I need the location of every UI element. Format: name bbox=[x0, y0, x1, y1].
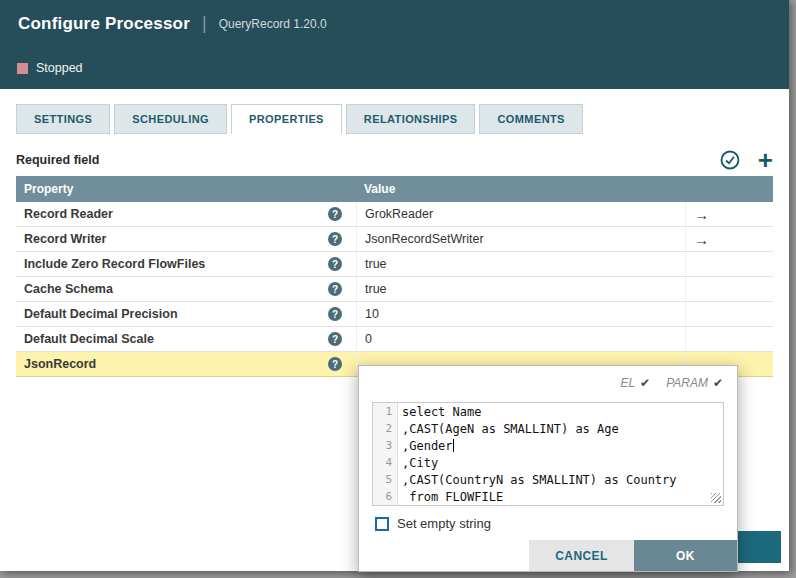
property-value-cell[interactable]: true bbox=[356, 277, 685, 301]
code-line: 3 ,Gender bbox=[373, 437, 723, 454]
tab-bar: SETTINGS SCHEDULING PROPERTIES RELATIONS… bbox=[16, 104, 583, 134]
line-number: 2 bbox=[373, 422, 397, 435]
ok-button[interactable]: OK bbox=[634, 540, 737, 571]
property-value-cell[interactable]: true bbox=[356, 252, 685, 276]
stopped-indicator-icon bbox=[17, 63, 28, 74]
processor-name-version: QueryRecord 1.20.0 bbox=[219, 17, 327, 31]
param-check-icon: ✔ bbox=[713, 376, 723, 390]
property-name: Record Writer bbox=[24, 232, 106, 246]
popup-buttons: CANCEL OK bbox=[359, 540, 737, 571]
property-value-cell[interactable]: 0 bbox=[356, 327, 685, 351]
tab-settings[interactable]: SETTINGS bbox=[16, 104, 110, 134]
help-icon[interactable]: ? bbox=[328, 257, 342, 271]
verify-properties-icon[interactable] bbox=[720, 150, 740, 170]
status-bar: Stopped bbox=[0, 47, 789, 89]
el-check-icon: ✔ bbox=[640, 376, 650, 390]
property-name-cell: Record Writer ? bbox=[16, 232, 356, 246]
required-field-label: Required field bbox=[16, 153, 99, 167]
row-actions-cell bbox=[685, 252, 773, 276]
code-line: 4 ,City bbox=[373, 454, 723, 471]
go-to-service-arrow-icon[interactable]: → bbox=[685, 227, 773, 251]
property-value-cell[interactable]: GrokReader bbox=[356, 202, 685, 226]
table-row[interactable]: Record Writer ? JsonRecordSetWriter → bbox=[16, 227, 773, 252]
property-name-cell: Include Zero Record FlowFiles ? bbox=[16, 257, 356, 271]
line-number: 1 bbox=[373, 405, 397, 418]
property-name: Cache Schema bbox=[24, 282, 113, 296]
value-code-editor[interactable]: 1 select Name 2 ,CAST(AgeN as SMALLINT) … bbox=[372, 402, 724, 506]
table-row[interactable]: Default Decimal Scale ? 0 bbox=[16, 327, 773, 352]
set-empty-string-option[interactable]: Set empty string bbox=[375, 516, 491, 531]
property-name: Default Decimal Precision bbox=[24, 307, 178, 321]
property-name: JsonRecord bbox=[24, 357, 96, 371]
help-icon[interactable]: ? bbox=[328, 357, 342, 371]
column-header-value: Value bbox=[356, 182, 685, 196]
status-label: Stopped bbox=[36, 61, 83, 75]
configure-processor-dialog: Configure Processor | QueryRecord 1.20.0… bbox=[0, 0, 796, 578]
toolbar-icons: + bbox=[720, 150, 773, 170]
property-name-cell: Cache Schema ? bbox=[16, 282, 356, 296]
row-actions-cell bbox=[685, 277, 773, 301]
properties-table: Property Value Record Reader ? GrokReade… bbox=[16, 176, 773, 377]
tab-properties[interactable]: PROPERTIES bbox=[231, 104, 342, 134]
code-line: 5 ,CAST(CountryN as SMALLINT) as Country bbox=[373, 471, 723, 488]
tab-relationships[interactable]: RELATIONSHIPS bbox=[346, 104, 476, 134]
tab-scheduling[interactable]: SCHEDULING bbox=[114, 104, 227, 134]
value-editor-popup: EL✔ PARAM✔ 1 select Name 2 ,CAST(AgeN as… bbox=[358, 365, 738, 572]
property-name: Include Zero Record FlowFiles bbox=[24, 257, 205, 271]
property-name: Default Decimal Scale bbox=[24, 332, 154, 346]
line-number: 5 bbox=[373, 473, 397, 486]
table-row[interactable]: Include Zero Record FlowFiles ? true bbox=[16, 252, 773, 277]
cancel-button[interactable]: CANCEL bbox=[529, 540, 634, 571]
property-name-cell: Default Decimal Scale ? bbox=[16, 332, 356, 346]
dialog-header: Configure Processor | QueryRecord 1.20.0 bbox=[0, 0, 789, 47]
help-icon[interactable]: ? bbox=[328, 307, 342, 321]
row-actions-cell bbox=[685, 327, 773, 351]
help-icon[interactable]: ? bbox=[328, 332, 342, 346]
editor-capability-badges: EL✔ PARAM✔ bbox=[620, 376, 723, 390]
property-value-cell[interactable]: JsonRecordSetWriter bbox=[356, 227, 685, 251]
help-icon[interactable]: ? bbox=[328, 282, 342, 296]
property-name-cell: Default Decimal Precision ? bbox=[16, 307, 356, 321]
dialog-title: Configure Processor bbox=[18, 14, 190, 34]
code-line: 1 select Name bbox=[373, 403, 723, 420]
help-icon[interactable]: ? bbox=[328, 232, 342, 246]
line-number: 3 bbox=[373, 439, 397, 452]
code-line: 2 ,CAST(AgeN as SMALLINT) as Age bbox=[373, 420, 723, 437]
property-name-cell: JsonRecord ? bbox=[16, 357, 356, 371]
param-supported-badge: PARAM✔ bbox=[666, 376, 723, 390]
table-row[interactable]: Default Decimal Precision ? 10 bbox=[16, 302, 773, 327]
code-line: 6 from FLOWFILE bbox=[373, 488, 723, 505]
property-name-cell: Record Reader ? bbox=[16, 207, 356, 221]
empty-string-label: Set empty string bbox=[397, 516, 491, 531]
add-property-icon[interactable]: + bbox=[758, 150, 773, 170]
table-row[interactable]: Record Reader ? GrokReader → bbox=[16, 202, 773, 227]
title-separator: | bbox=[202, 13, 207, 34]
help-icon[interactable]: ? bbox=[328, 207, 342, 221]
properties-toolbar: Required field + bbox=[16, 146, 773, 174]
text-cursor bbox=[453, 439, 454, 452]
row-actions-cell bbox=[685, 302, 773, 326]
el-supported-badge: EL✔ bbox=[620, 376, 650, 390]
table-row[interactable]: Cache Schema ? true bbox=[16, 277, 773, 302]
tab-comments[interactable]: COMMENTS bbox=[479, 104, 582, 134]
empty-string-checkbox[interactable] bbox=[375, 517, 389, 531]
line-number: 4 bbox=[373, 456, 397, 469]
property-name: Record Reader bbox=[24, 207, 113, 221]
resize-handle[interactable] bbox=[711, 493, 721, 503]
table-header-row: Property Value bbox=[16, 176, 773, 202]
dialog-panel: Configure Processor | QueryRecord 1.20.0… bbox=[0, 0, 789, 571]
column-header-property: Property bbox=[16, 182, 356, 196]
line-number: 6 bbox=[373, 490, 397, 503]
go-to-service-arrow-icon[interactable]: → bbox=[685, 202, 773, 226]
property-value-cell[interactable]: 10 bbox=[356, 302, 685, 326]
